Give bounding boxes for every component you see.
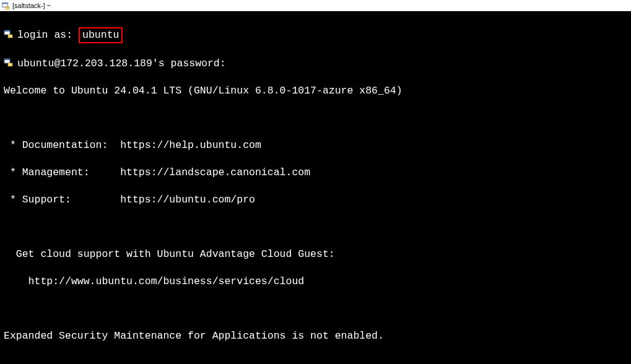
blank-line <box>4 357 627 364</box>
svg-rect-1 <box>2 3 8 4</box>
blank-line <box>4 220 627 234</box>
putty-icon <box>1 1 10 10</box>
login-prompt-label: login as: <box>17 29 79 41</box>
support-line: * Support: https://ubuntu.com/pro <box>4 193 627 207</box>
blank-line <box>4 111 627 125</box>
esm-status-line: Expanded Security Maintenance for Applic… <box>4 329 627 343</box>
svg-rect-8 <box>4 59 10 60</box>
documentation-line: * Documentation: https://help.ubuntu.com <box>4 139 627 152</box>
window-title-bar: [saltstack-] ~ <box>0 0 631 11</box>
blank-line <box>4 302 627 316</box>
window-title: [saltstack-] ~ <box>12 2 51 9</box>
login-username-highlight: ubuntu <box>79 27 123 43</box>
login-username: ubuntu <box>82 29 119 41</box>
cloud-support-line1: Get cloud support with Ubuntu Advantage … <box>4 248 627 261</box>
terminal-host-icon <box>4 58 14 67</box>
management-line: * Management: https://landscape.canonica… <box>4 166 627 180</box>
welcome-line: Welcome to Ubuntu 24.04.1 LTS (GNU/Linux… <box>4 84 627 98</box>
svg-rect-5 <box>4 30 10 32</box>
svg-rect-9 <box>8 63 12 66</box>
cloud-support-line2: http://www.ubuntu.com/business/services/… <box>4 275 627 288</box>
terminal-host-icon <box>4 29 14 39</box>
password-prompt: ubuntu@172.203.128.189's password: <box>17 58 226 69</box>
svg-rect-6 <box>8 35 12 38</box>
terminal-output[interactable]: login as: ubuntu ubuntu@172.203.128.189'… <box>0 11 631 364</box>
